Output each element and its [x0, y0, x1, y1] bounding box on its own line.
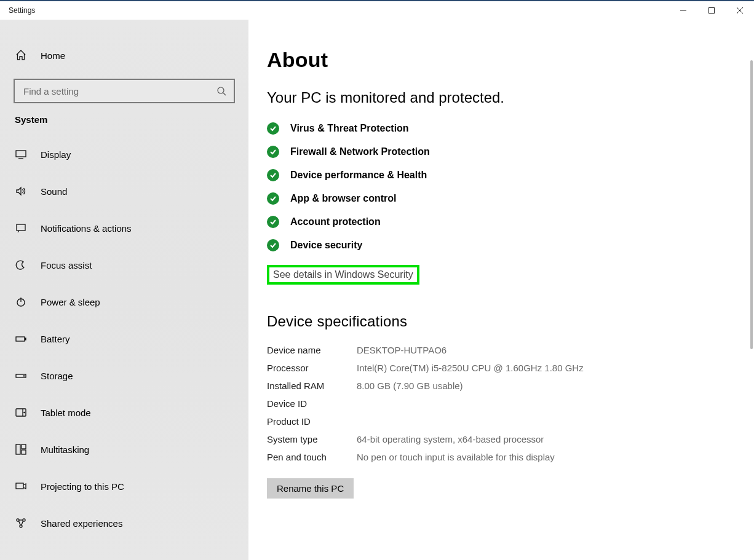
sidebar-item-notifications[interactable]: Notifications & actions	[0, 215, 248, 242]
status-row: Device performance & Health	[267, 169, 754, 181]
status-label: Virus & Threat Protection	[290, 123, 409, 134]
focus-assist-icon	[15, 259, 27, 271]
sidebar-item-power-sleep[interactable]: Power & sleep	[0, 288, 248, 315]
sidebar-item-display[interactable]: Display	[0, 141, 248, 168]
status-row: Device security	[267, 239, 754, 251]
svg-rect-18	[16, 444, 20, 454]
svg-rect-21	[16, 483, 23, 489]
svg-point-23	[23, 519, 25, 521]
svg-rect-6	[16, 151, 26, 157]
sidebar-item-label: Tablet mode	[41, 408, 91, 418]
home-icon	[15, 49, 27, 61]
nav-home[interactable]: Home	[0, 41, 248, 70]
maximize-button[interactable]	[697, 1, 726, 20]
close-icon	[736, 7, 744, 14]
sidebar-item-multitasking[interactable]: Multitasking	[0, 436, 248, 463]
rename-pc-button[interactable]: Rename this PC	[267, 478, 354, 499]
check-icon	[267, 146, 279, 158]
status-label: Device performance & Health	[290, 170, 427, 181]
sidebar-item-label: Projecting to this PC	[41, 481, 124, 492]
svg-line-25	[19, 521, 21, 526]
svg-point-24	[20, 525, 22, 527]
window-controls	[669, 1, 754, 20]
security-status-list: Virus & Threat Protection Firewall & Net…	[267, 122, 754, 251]
sidebar-item-label: Multitasking	[41, 444, 89, 455]
sidebar-item-label: Notifications & actions	[41, 223, 132, 234]
settings-window: Settings Home	[0, 0, 754, 560]
check-icon	[267, 239, 279, 251]
svg-line-5	[223, 93, 226, 95]
spec-value: 64-bit operating system, x64-based proce…	[357, 434, 754, 444]
spec-label: Device name	[267, 345, 357, 355]
close-button[interactable]	[726, 1, 754, 20]
main-scroll: About Your PC is monitored and protected…	[248, 20, 754, 560]
status-row: Firewall & Network Protection	[267, 146, 754, 158]
spec-value: Intel(R) Core(TM) i5-8250U CPU @ 1.60GHz…	[357, 363, 754, 373]
svg-point-17	[24, 412, 25, 412]
svg-rect-12	[25, 338, 26, 340]
spec-value: No pen or touch input is available for t…	[357, 452, 754, 462]
sidebar-item-shared-experiences[interactable]: Shared experiences	[0, 510, 248, 537]
check-icon	[267, 169, 279, 181]
status-label: Firewall & Network Protection	[290, 146, 430, 157]
svg-rect-19	[22, 444, 26, 449]
display-icon	[15, 148, 27, 160]
spec-label: Processor	[267, 363, 357, 373]
sidebar-item-focus-assist[interactable]: Focus assist	[0, 251, 248, 278]
content: About Your PC is monitored and protected…	[248, 20, 754, 499]
sidebar-item-label: Sound	[41, 186, 67, 197]
page-subtitle: Your PC is monitored and protected.	[267, 89, 754, 106]
spec-value	[357, 398, 754, 409]
svg-rect-8	[17, 224, 25, 231]
device-specs-heading: Device specifications	[267, 313, 754, 330]
search-box[interactable]	[14, 79, 235, 103]
sidebar-item-label: Display	[41, 149, 71, 160]
search-container	[14, 79, 235, 103]
status-row: Account protection	[267, 216, 754, 228]
sidebar-item-projecting[interactable]: Projecting to this PC	[0, 473, 248, 500]
nav-home-label: Home	[41, 50, 65, 61]
window-title: Settings	[0, 6, 35, 15]
sidebar-item-label: Focus assist	[41, 260, 92, 270]
spec-label: Pen and touch	[267, 452, 357, 462]
svg-rect-20	[22, 450, 26, 454]
power-icon	[15, 296, 27, 308]
sound-icon	[15, 185, 27, 197]
sidebar-item-label: Power & sleep	[41, 297, 100, 307]
spec-label: System type	[267, 434, 357, 444]
check-icon	[267, 192, 279, 205]
tablet-icon	[15, 406, 27, 419]
sidebar-item-sound[interactable]: Sound	[0, 178, 248, 205]
status-label: Account protection	[290, 216, 381, 227]
check-icon	[267, 122, 279, 135]
battery-icon	[15, 333, 27, 345]
sidebar-item-storage[interactable]: Storage	[0, 362, 248, 389]
svg-rect-11	[16, 337, 25, 341]
windows-security-link[interactable]: See details in Windows Security	[267, 265, 419, 285]
sidebar-item-tablet-mode[interactable]: Tablet mode	[0, 399, 248, 426]
sidebar-item-battery[interactable]: Battery	[0, 325, 248, 352]
status-row: Virus & Threat Protection	[267, 122, 754, 135]
svg-point-4	[218, 87, 224, 93]
svg-point-22	[17, 519, 19, 521]
check-icon	[267, 216, 279, 228]
shared-icon	[15, 517, 27, 529]
scrollbar-thumb[interactable]	[750, 60, 753, 349]
spec-value	[357, 416, 754, 427]
window-body: Home System Display Sound	[0, 20, 754, 560]
minimize-button[interactable]	[669, 1, 697, 20]
spec-label: Product ID	[267, 416, 357, 427]
status-row: App & browser control	[267, 192, 754, 205]
svg-rect-1	[709, 8, 715, 14]
storage-icon	[15, 369, 27, 382]
sidebar-item-label: Battery	[41, 334, 70, 344]
main-pane: About Your PC is monitored and protected…	[248, 20, 754, 560]
spec-value: DESKTOP-HUTPAO6	[357, 345, 754, 355]
sidebar-item-label: Shared experiences	[41, 518, 122, 529]
sidebar: Home System Display Sound	[0, 20, 248, 560]
spec-label: Installed RAM	[267, 381, 357, 391]
search-input[interactable]	[22, 85, 215, 97]
projecting-icon	[15, 480, 27, 492]
spec-value: 8.00 GB (7.90 GB usable)	[357, 381, 754, 391]
status-label: Device security	[290, 240, 362, 251]
